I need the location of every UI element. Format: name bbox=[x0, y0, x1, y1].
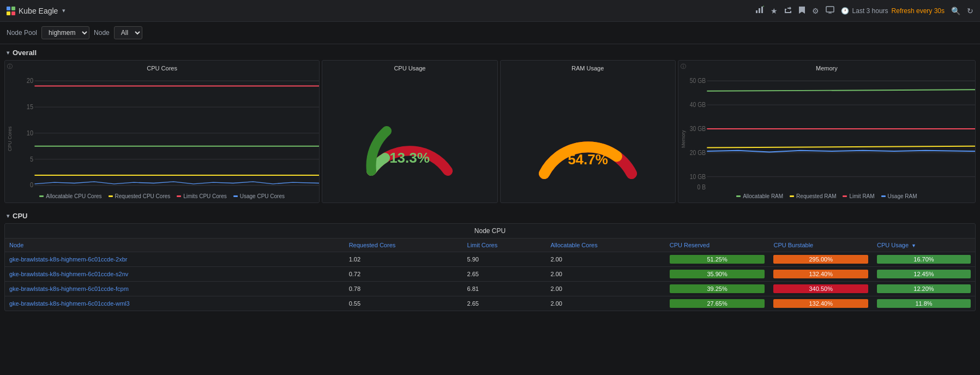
col-node[interactable]: Node bbox=[5, 239, 345, 252]
cell-allocatable-cores: 2.00 bbox=[546, 296, 665, 311]
cell-node-name: gke-brawlstats-k8s-highmem-6c01ccde-s2nv bbox=[5, 267, 345, 282]
svg-line-43 bbox=[707, 90, 975, 91]
svg-text:15: 15 bbox=[27, 104, 33, 111]
cpu-usage-gauge-svg: 13.3% bbox=[355, 94, 464, 182]
cell-cpu-usage: 11.8% bbox=[873, 296, 975, 311]
node-link[interactable]: gke-brawlstats-k8s-highmem-6c01ccde-2xbr bbox=[9, 256, 127, 263]
col-cpu-usage[interactable]: CPU Usage ▼ bbox=[873, 239, 975, 252]
legend-allocatable-cpu-dot bbox=[39, 195, 44, 197]
cpu-usage-badge: 11.8% bbox=[877, 299, 971, 308]
memory-line-chart: Memory 50 GB 40 GB 30 GB 20 GB 10 GB 0 B bbox=[678, 74, 975, 191]
time-range-display[interactable]: 🕐 Last 3 hours Refresh every 30s bbox=[841, 7, 945, 15]
cell-cpu-burstable: 132.40% bbox=[769, 296, 873, 311]
settings-icon[interactable]: ⚙ bbox=[812, 7, 819, 15]
node-select[interactable]: All bbox=[114, 26, 142, 39]
cpu-reserved-badge: 27.65% bbox=[670, 299, 765, 308]
charts-row: ⓘ CPU Cores CPU Cores 20 15 10 5 0 bbox=[0, 60, 980, 207]
app-logo-area[interactable]: Kube Eagle ▾ bbox=[7, 7, 65, 15]
memory-info-icon[interactable]: ⓘ bbox=[681, 63, 686, 70]
node-cpu-table-panel: Node CPU Node Requested Cores Limit Core… bbox=[4, 223, 976, 311]
svg-rect-4 bbox=[826, 7, 834, 12]
cpu-usage-gauge-panel: CPU Usage 13.3% bbox=[322, 60, 497, 203]
svg-line-45 bbox=[707, 146, 975, 148]
legend-allocatable-ram-dot bbox=[736, 195, 741, 197]
svg-text:30 GB: 30 GB bbox=[690, 125, 706, 132]
cell-limit-cores: 2.65 bbox=[463, 267, 546, 282]
share-icon[interactable] bbox=[784, 6, 792, 15]
cell-node-name: gke-brawlstats-k8s-highmem-6c01ccde-fcpm bbox=[5, 282, 345, 296]
cell-requested-cores: 1.02 bbox=[345, 252, 463, 267]
legend-usage-cpu-dot bbox=[233, 195, 238, 197]
memory-chart-wrapper: ⓘ Memory Memory 50 GB 40 GB 30 GB 20 GB … bbox=[678, 61, 975, 191]
cell-limit-cores: 5.90 bbox=[463, 252, 546, 267]
cell-cpu-usage: 12.45% bbox=[873, 267, 975, 282]
cell-limit-cores: 2.65 bbox=[463, 296, 546, 311]
col-allocatable-cores[interactable]: Allocatable Cores bbox=[546, 239, 665, 252]
legend-allocatable-cpu: Allocatable CPU Cores bbox=[39, 193, 101, 199]
cell-limit-cores: 6.81 bbox=[463, 282, 546, 296]
cell-allocatable-cores: 2.00 bbox=[546, 282, 665, 296]
cpu-reserved-badge: 35.90% bbox=[670, 270, 765, 278]
node-link[interactable]: gke-brawlstats-k8s-highmem-6c01ccde-fcpm bbox=[9, 285, 129, 292]
svg-text:10: 10 bbox=[27, 129, 33, 136]
cpu-section-header[interactable]: ▾ CPU bbox=[0, 207, 980, 223]
cpu-section-title: CPU bbox=[13, 212, 27, 220]
memory-chart-title: Memory bbox=[678, 61, 975, 74]
memory-legend: Allocatable RAM Requested RAM Limit RAM … bbox=[678, 191, 975, 203]
legend-allocatable-ram-label: Allocatable RAM bbox=[743, 193, 783, 199]
cpu-cores-chart-title: CPU Cores bbox=[5, 61, 319, 74]
svg-rect-1 bbox=[759, 8, 760, 13]
overall-section-header[interactable]: ▾ Overall bbox=[0, 44, 980, 60]
legend-requested-ram-dot bbox=[790, 195, 794, 197]
app-title-dropdown[interactable]: ▾ bbox=[62, 7, 65, 14]
node-pool-select[interactable]: highmem bbox=[41, 26, 89, 39]
app-title: Kube Eagle bbox=[19, 7, 58, 15]
svg-rect-0 bbox=[756, 10, 757, 13]
overall-chevron-icon: ▾ bbox=[7, 50, 9, 56]
svg-text:20 GB: 20 GB bbox=[690, 149, 706, 156]
add-panel-icon[interactable]: + bbox=[755, 5, 764, 16]
col-cpu-reserved[interactable]: CPU Reserved bbox=[665, 239, 769, 252]
svg-text:5: 5 bbox=[30, 156, 33, 163]
ram-usage-gauge-svg: 54.7% bbox=[533, 94, 642, 182]
filter-toolbar: Node Pool highmem Node All bbox=[0, 22, 980, 44]
cell-cpu-usage: 12.20% bbox=[873, 282, 975, 296]
refresh-label: Refresh every 30s bbox=[892, 7, 945, 15]
cpu-burstable-badge: 132.40% bbox=[773, 270, 868, 278]
col-limit-cores[interactable]: Limit Cores bbox=[463, 239, 546, 252]
cpu-reserved-badge: 51.25% bbox=[670, 255, 765, 264]
svg-text:50 GB: 50 GB bbox=[690, 78, 706, 85]
ram-usage-gauge-title: RAM Usage bbox=[501, 61, 675, 74]
cpu-burstable-badge: 295.00% bbox=[773, 255, 868, 264]
cpu-burstable-badge: 132.40% bbox=[773, 299, 868, 308]
col-cpu-burstable[interactable]: CPU Burstable bbox=[769, 239, 873, 252]
node-link[interactable]: gke-brawlstats-k8s-highmem-6c01ccde-s2nv bbox=[9, 271, 128, 277]
cpu-usage-badge: 12.20% bbox=[877, 284, 971, 293]
cpu-chevron-icon: ▾ bbox=[7, 213, 9, 219]
cpu-cores-svg: 20 15 10 5 0 18:00 18:30 19:00 19:30 20:… bbox=[15, 74, 319, 191]
cpu-usage-gauge-title: CPU Usage bbox=[322, 61, 497, 74]
star-icon[interactable]: ★ bbox=[771, 7, 778, 15]
legend-limits-cpu-label: Limits CPU Cores bbox=[183, 193, 226, 199]
cpu-section-content: Node CPU Node Requested Cores Limit Core… bbox=[0, 223, 980, 316]
bookmark-icon[interactable] bbox=[798, 6, 805, 15]
search-icon[interactable]: 🔍 bbox=[951, 7, 960, 15]
col-requested-cores[interactable]: Requested Cores bbox=[345, 239, 463, 252]
refresh-icon[interactable]: ↻ bbox=[967, 7, 973, 15]
legend-requested-ram: Requested RAM bbox=[790, 193, 836, 199]
overall-section-title: Overall bbox=[13, 49, 37, 57]
legend-limit-ram: Limit RAM bbox=[843, 193, 874, 199]
cell-node-name: gke-brawlstats-k8s-highmem-6c01ccde-wml3 bbox=[5, 296, 345, 311]
cpu-cores-info-icon[interactable]: ⓘ bbox=[7, 63, 13, 70]
monitor-icon[interactable] bbox=[826, 6, 834, 15]
node-link[interactable]: gke-brawlstats-k8s-highmem-6c01ccde-wml3 bbox=[9, 300, 130, 307]
legend-limit-ram-dot bbox=[843, 195, 847, 197]
legend-requested-ram-label: Requested RAM bbox=[796, 193, 836, 199]
node-cpu-table-body: gke-brawlstats-k8s-highmem-6c01ccde-2xbr… bbox=[5, 252, 975, 311]
legend-usage-cpu-label: Usage CPU Cores bbox=[240, 193, 285, 199]
cell-allocatable-cores: 2.00 bbox=[546, 252, 665, 267]
legend-usage-ram-dot bbox=[881, 195, 886, 197]
legend-requested-cpu-dot bbox=[109, 195, 113, 197]
legend-requested-cpu-label: Requested CPU Cores bbox=[115, 193, 171, 199]
node-cpu-table-header: Node Requested Cores Limit Cores Allocat… bbox=[5, 239, 975, 252]
